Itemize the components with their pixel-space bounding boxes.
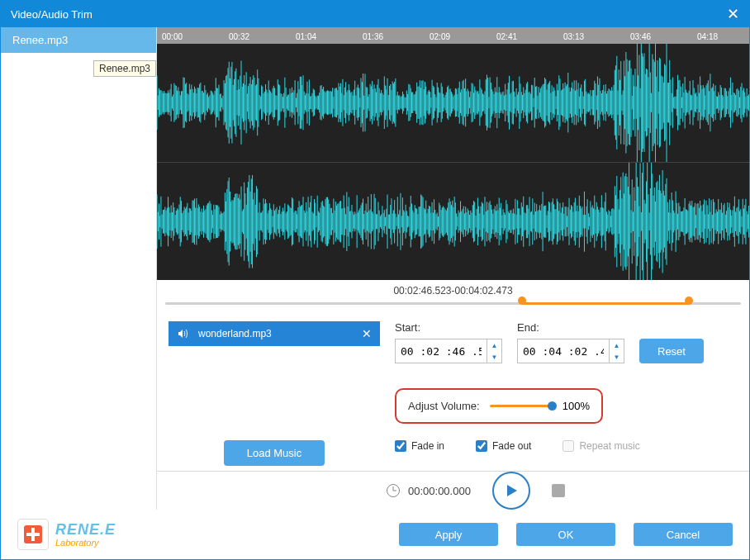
titlebar: Video/Audio Trim ✕	[1, 1, 749, 27]
footer: RENE.E Laboratory Apply OK Cancel	[1, 510, 749, 559]
playback-time: 00:00:00.000	[387, 484, 471, 497]
range-handle-end[interactable]	[685, 297, 693, 305]
down-arrow-icon[interactable]: ▼	[487, 351, 501, 363]
range-fill	[522, 302, 689, 305]
fade-out-checkbox[interactable]: Fade out	[476, 440, 531, 452]
logo-badge	[17, 519, 49, 550]
adjust-volume-box: Adjust Volume: 100%	[395, 388, 603, 424]
sidebar: Renee.mp3 Renee.mp3	[1, 27, 157, 510]
down-arrow-icon[interactable]: ▼	[610, 351, 624, 363]
up-arrow-icon[interactable]: ▲	[610, 339, 624, 351]
load-music-button[interactable]: Load Music	[224, 440, 325, 466]
selection-range-bar[interactable]	[165, 298, 741, 306]
end-stepper[interactable]: ▲▼	[609, 339, 624, 363]
end-spinbox[interactable]: ▲▼	[517, 339, 624, 363]
ruler-tick: 01:04	[296, 32, 316, 41]
range-handle-start[interactable]	[518, 297, 526, 305]
fade-in-input[interactable]	[395, 440, 406, 452]
playbar: 00:00:00.000	[157, 471, 749, 510]
app-window: Video/Audio Trim ✕ Renee.mp3 Renee.mp3 0…	[0, 0, 750, 560]
logo-line1: RENE.E	[55, 522, 116, 537]
volume-label: Adjust Volume:	[408, 400, 480, 412]
playback-time-value: 00:00:00.000	[408, 485, 471, 497]
up-arrow-icon[interactable]: ▲	[487, 339, 501, 351]
end-label: End:	[517, 321, 624, 334]
ruler-tick: 00:32	[229, 32, 249, 41]
repeat-music-checkbox: Repeat music	[562, 440, 639, 452]
ruler-tick: 03:13	[563, 32, 584, 41]
plus-icon	[24, 525, 42, 543]
reset-button[interactable]: Reset	[639, 339, 704, 363]
end-field: End: ▲▼	[517, 321, 624, 363]
selection-range-label: 00:02:46.523-00:04:02.473	[157, 280, 749, 298]
right-column: Start: ▲▼ End: ▲▼	[395, 321, 738, 466]
apply-button[interactable]: Apply	[399, 523, 498, 546]
start-input[interactable]	[396, 345, 487, 358]
body: Renee.mp3 Renee.mp3 00:00 00:32 01:04 01…	[1, 27, 749, 510]
footer-buttons: Apply OK Cancel	[399, 523, 733, 546]
remove-music-icon[interactable]: ✕	[362, 327, 372, 340]
volume-slider[interactable]	[490, 405, 553, 407]
speaker-icon	[177, 328, 188, 339]
volume-knob[interactable]	[548, 401, 557, 411]
time-fields-row: Start: ▲▼ End: ▲▼	[395, 321, 738, 363]
waveform-area[interactable]	[157, 44, 749, 280]
main: 00:00 00:32 01:04 01:36 02:09 02:41 03:1…	[157, 27, 749, 510]
music-chip[interactable]: wonderland.mp3 ✕	[169, 321, 380, 346]
cancel-button[interactable]: Cancel	[634, 523, 733, 546]
ruler-tick: 00:00	[162, 32, 183, 41]
logo-text: RENE.E Laboratory	[55, 522, 116, 548]
sidebar-item-file[interactable]: Renee.mp3	[1, 27, 156, 53]
ruler-tick: 02:09	[430, 32, 450, 41]
play-button[interactable]	[492, 472, 530, 510]
waveform-channel-2	[157, 162, 749, 281]
repeat-input	[562, 440, 574, 452]
fade-out-input[interactable]	[476, 440, 487, 452]
ok-button[interactable]: OK	[516, 523, 615, 546]
sidebar-item-label: Renee.mp3	[12, 34, 68, 46]
start-label: Start:	[395, 321, 502, 334]
ruler-tick: 03:46	[630, 32, 651, 41]
close-icon[interactable]: ✕	[727, 5, 739, 23]
controls: wonderland.mp3 ✕ Load Music Start: ▲▼	[157, 313, 749, 471]
clock-icon	[387, 484, 400, 497]
fade-in-checkbox[interactable]: Fade in	[395, 440, 444, 452]
ruler-tick: 02:41	[496, 32, 517, 41]
checkbox-row: Fade in Fade out Repeat music	[395, 440, 738, 452]
left-column: wonderland.mp3 ✕ Load Music	[169, 321, 380, 466]
start-spinbox[interactable]: ▲▼	[395, 339, 502, 363]
music-chip-name: wonderland.mp3	[198, 328, 352, 339]
start-stepper[interactable]: ▲▼	[487, 339, 501, 363]
stop-button[interactable]	[552, 484, 565, 497]
logo: RENE.E Laboratory	[17, 519, 116, 550]
ruler-tick: 04:18	[697, 32, 718, 41]
logo-line2: Laboratory	[55, 539, 116, 548]
end-input[interactable]	[518, 345, 609, 358]
time-ruler[interactable]: 00:00 00:32 01:04 01:36 02:09 02:41 03:1…	[157, 27, 749, 44]
window-title: Video/Audio Trim	[11, 8, 93, 21]
start-field: Start: ▲▼	[395, 321, 502, 363]
tooltip: Renee.mp3	[93, 60, 156, 77]
ruler-tick: 01:36	[363, 32, 383, 41]
waveform-channel-1	[157, 44, 749, 162]
volume-value: 100%	[562, 400, 590, 412]
